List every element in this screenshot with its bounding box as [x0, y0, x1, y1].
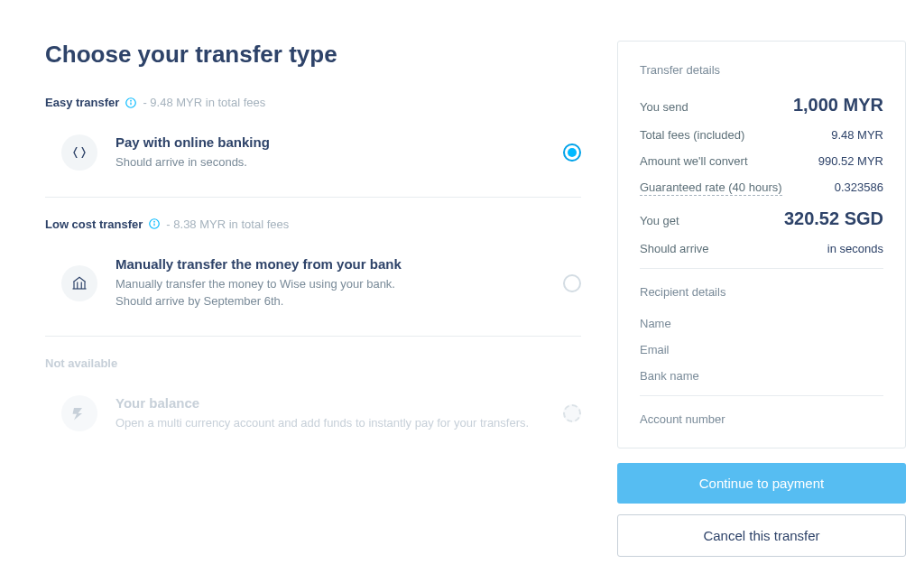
info-icon[interactable] — [125, 97, 137, 109]
group-low-header: Low cost transfer - 8.38 MYR in total fe… — [45, 217, 581, 231]
recipient-bank-label: Bank name — [640, 369, 883, 383]
info-icon[interactable] — [148, 217, 161, 230]
balance-icon — [61, 395, 97, 431]
convert-label: Amount we'll convert — [640, 154, 748, 168]
continue-button[interactable]: Continue to payment — [617, 463, 906, 504]
you-send-label: You send — [640, 100, 688, 114]
option-manual-desc1: Manually transfer the money to Wise usin… — [116, 275, 545, 293]
you-send-value: 1,000 MYR — [793, 95, 883, 116]
rate-value: 0.323586 — [835, 180, 883, 194]
option-online-banking[interactable]: Pay with online banking Should arrive in… — [45, 125, 581, 198]
total-fees-value: 9.48 MYR — [831, 128, 883, 142]
recipient-email-label: Email — [640, 343, 883, 356]
online-banking-icon — [61, 134, 97, 171]
total-fees-label: Total fees (included) — [640, 128, 744, 142]
recipient-account-label: Account number — [640, 412, 883, 426]
group-easy-label: Easy transfer — [45, 96, 119, 109]
arrive-label: Should arrive — [640, 242, 709, 255]
page-title: Choose your transfer type — [45, 41, 581, 69]
radio-balance — [563, 404, 581, 422]
transfer-details-heading: Transfer details — [640, 63, 883, 77]
radio-manual-transfer[interactable] — [563, 274, 581, 292]
group-low-label: Low cost transfer — [45, 217, 143, 231]
option-manual-desc2: Should arrive by September 6th. — [116, 292, 545, 310]
cancel-button[interactable]: Cancel this transfer — [617, 514, 906, 557]
arrive-value: in seconds — [827, 242, 883, 255]
recipient-heading: Recipient details — [640, 285, 883, 299]
svg-point-4 — [154, 221, 155, 222]
transfer-details-panel: Transfer details You send 1,000 MYR Tota… — [617, 41, 906, 448]
rate-label[interactable]: Guaranteed rate (40 hours) — [640, 180, 782, 196]
recipient-name-label: Name — [640, 317, 883, 330]
option-balance: Your balance Open a multi currency accou… — [45, 386, 581, 458]
option-balance-title: Your balance — [116, 395, 545, 411]
you-get-value: 320.52 SGD — [784, 208, 883, 229]
radio-online-banking[interactable] — [563, 143, 581, 162]
convert-value: 990.52 MYR — [818, 154, 883, 168]
option-manual-transfer[interactable]: Manually transfer the money from your ba… — [45, 247, 581, 337]
group-low-fees: - 8.38 MYR in total fees — [166, 217, 289, 231]
option-manual-title: Manually transfer the money from your ba… — [116, 256, 545, 272]
group-easy-header: Easy transfer - 9.48 MYR in total fees — [45, 96, 581, 109]
group-na-label: Not available — [45, 356, 117, 370]
group-na-header: Not available — [45, 356, 581, 370]
option-online-banking-desc: Should arrive in seconds. — [116, 153, 545, 171]
bank-icon — [61, 265, 97, 301]
svg-point-1 — [131, 100, 132, 101]
option-online-banking-title: Pay with online banking — [116, 134, 545, 150]
group-easy-fees: - 9.48 MYR in total fees — [143, 96, 265, 109]
option-balance-desc: Open a multi currency account and add fu… — [116, 414, 545, 432]
you-get-label: You get — [640, 214, 679, 227]
